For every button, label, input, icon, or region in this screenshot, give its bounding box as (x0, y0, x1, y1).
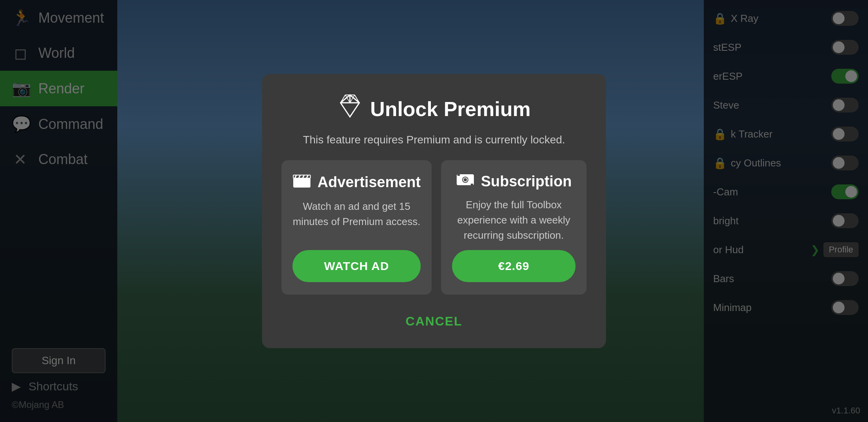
modal-subtitle: This feature requires Premium and is cur… (303, 134, 565, 146)
modal-header: Unlock Premium (337, 93, 531, 124)
subscription-card-header: Subscription (456, 173, 572, 190)
subscription-card: Subscription Enjoy the full Toolbox expe… (441, 160, 586, 295)
advertisement-card: Advertisement Watch an ad and get 15 min… (282, 160, 432, 295)
svg-line-2 (341, 103, 350, 117)
diamond-icon (337, 93, 362, 124)
svg-rect-20 (457, 174, 460, 176)
advertisement-description: Watch an ad and get 15 minutes of Premiu… (292, 199, 421, 243)
svg-rect-10 (293, 177, 310, 188)
cancel-button[interactable]: CANCEL (390, 310, 478, 333)
advertisement-card-header: Advertisement (292, 173, 421, 192)
subscription-description: Enjoy the full Toolbox experience with a… (452, 197, 576, 243)
svg-line-3 (350, 103, 359, 117)
advertisement-title: Advertisement (317, 174, 421, 191)
modal-title: Unlock Premium (370, 97, 531, 121)
advertisement-icon (292, 173, 311, 192)
svg-rect-21 (471, 184, 473, 185)
watch-ad-button[interactable]: WATCH AD (292, 250, 421, 282)
subscription-icon (456, 173, 475, 190)
modal-cards: Advertisement Watch an ad and get 15 min… (282, 160, 586, 295)
subscription-title: Subscription (481, 173, 572, 190)
subscribe-button[interactable]: €2.69 (452, 250, 576, 282)
premium-modal: Unlock Premium This feature requires Pre… (262, 74, 606, 348)
